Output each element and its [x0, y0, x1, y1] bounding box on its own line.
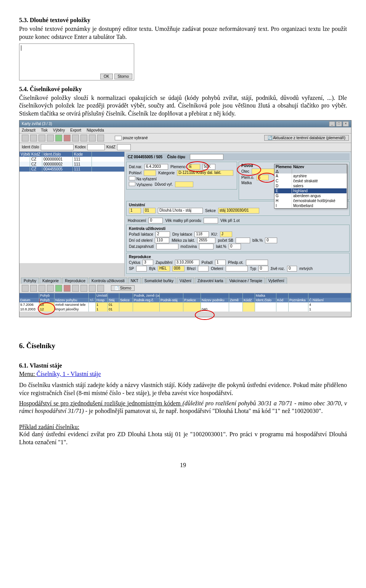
byk-field[interactable]: HEL [158, 266, 170, 272]
ku-field[interactable]: J [220, 231, 232, 237]
dd-row[interactable]: Dsalers [274, 183, 347, 188]
hosp-field[interactable]: 1 [129, 208, 141, 214]
col-nazev-podniku[interactable]: Název podniku [201, 298, 229, 302]
menu-link[interactable]: Číselníky, 1 - Vlastní stáje [37, 371, 101, 377]
col-ident[interactable]: Ident.číslo [255, 298, 276, 302]
maximize-icon[interactable]: □ [336, 121, 342, 127]
confirm-icon[interactable] [80, 135, 87, 141]
col-staj[interactable]: Stáj [108, 298, 119, 302]
toolbar-top: pouze vybrané 🔄 Aktualizace z terénní da… [19, 133, 351, 143]
refresh-button[interactable]: 🔄 Aktualizace z terénní databáze (plemen… [264, 135, 349, 141]
tab-nkt[interactable]: NKT [128, 278, 141, 284]
kodz-input[interactable] [117, 144, 131, 150]
kodex-input[interactable] [87, 144, 105, 150]
cancel-icon[interactable] [89, 135, 96, 141]
cancel-icon[interactable] [89, 285, 96, 292]
dd-col-nazev[interactable]: Název [292, 164, 347, 174]
tab-vazeni[interactable]: Vážení [177, 278, 194, 284]
storno-button[interactable]: 📄 Storno [111, 285, 135, 291]
grid-row[interactable]: CZ004455005111 [19, 167, 124, 172]
dd-row[interactable]: Cčeské strakaté [274, 178, 347, 183]
nav-prev-icon[interactable] [30, 285, 37, 292]
dd-row[interactable]: Hčernostrakaté holštýnské [274, 198, 347, 203]
refresh-icon[interactable] [97, 135, 104, 141]
nav-first-icon[interactable] [22, 135, 29, 141]
cislo-cipu-input[interactable] [190, 154, 223, 160]
pohlavi-field[interactable] [144, 170, 156, 176]
hodnoceni-field[interactable]: 0 [148, 218, 163, 223]
vyrazeno-checkbox[interactable]: Vyřazeno [129, 182, 152, 187]
vek-matky-field[interactable] [204, 218, 218, 223]
staj-field[interactable]: 01 [143, 208, 156, 214]
na-vyrazeni-checkbox[interactable]: Na vyřazení [129, 176, 157, 181]
col-pm[interactable]: +/- [89, 298, 96, 302]
nav-last-icon[interactable] [47, 285, 54, 292]
dd-col-plemeno[interactable]: Plemeno △ [274, 164, 292, 174]
tab-ku[interactable]: Kontrola užitkovosti [89, 278, 127, 284]
ok-button[interactable]: OK [100, 74, 112, 79]
only-selected-checkbox[interactable]: pouze vybrané [115, 136, 148, 140]
col-vyber[interactable]: Výběr [19, 152, 30, 157]
col-ident[interactable]: Ident.číslo [42, 152, 73, 157]
col-hosp[interactable]: Hosp [96, 298, 108, 302]
sekce-field[interactable]: stáj 10020030/01 [218, 208, 259, 214]
delete-icon[interactable] [64, 285, 71, 292]
bottom-row[interactable]: 9.7.2006 18 mrtvě narozené tele 1 01 4 [19, 302, 351, 307]
menu-tisk[interactable]: Tisk [41, 128, 48, 132]
tab-zdrav[interactable]: Zdravotní karta [195, 278, 226, 284]
edit-icon[interactable] [72, 285, 79, 292]
tab-reprodukce[interactable]: Reprodukce [62, 278, 88, 284]
col-podnik-staj[interactable]: Podnik-stáj [160, 298, 183, 302]
col-chlaseni[interactable]: Č.hlášení [308, 298, 351, 302]
add-icon[interactable] [55, 135, 62, 141]
delete-icon[interactable] [64, 135, 71, 141]
grid-row[interactable]: CZ000000002111 [19, 162, 124, 167]
dd-row[interactable]: Gaberdeen angus [274, 193, 347, 198]
dd-row-selected[interactable]: Ehighland [274, 188, 347, 193]
nav-next-icon[interactable] [39, 285, 45, 292]
dd-row[interactable]: IMontbeliard [274, 203, 347, 208]
col-psekce[interactable]: P.sekce [183, 298, 201, 302]
nav-next-icon[interactable] [39, 135, 45, 141]
tab-vakc[interactable]: Vakcinace / Terapie [226, 278, 265, 284]
menu-export[interactable]: Export [70, 128, 81, 132]
minimize-icon[interactable]: _ [329, 121, 335, 127]
col-pohyb[interactable]: Pohyb [39, 298, 55, 302]
col-poznamka[interactable]: Poznámka [289, 298, 308, 302]
menu-napoveda[interactable]: Nápověda [87, 128, 104, 132]
bottom-row[interactable]: 10.8.2003 12 import jalovičky 1 01 040 1 [19, 307, 351, 312]
close-icon[interactable]: × [343, 121, 349, 127]
tab-pohyby[interactable]: Pohyby [21, 278, 39, 284]
menu-zobrazit[interactable]: Zobrazit [22, 128, 35, 132]
datnar-field[interactable]: 6.4.2003 [144, 164, 168, 170]
col-kod[interactable]: Kód [276, 298, 289, 302]
kodex-label: Kodex [75, 145, 86, 149]
tab-vysetreni[interactable]: Vyšetření [266, 278, 287, 284]
grid-row[interactable]: CZ000000001111 [19, 157, 124, 162]
col-datum[interactable]: Datum [19, 298, 39, 302]
nav-prev-icon[interactable] [30, 135, 37, 141]
plemeno-dropdown[interactable]: Plemeno △ Název Aayrshire Cčeské strakat… [274, 164, 347, 209]
menu-vybery[interactable]: Výběry [53, 128, 65, 132]
col-kodz[interactable]: KódZ [30, 152, 42, 157]
ident-input[interactable] [41, 144, 74, 150]
tab-kategorie[interactable]: Kategorie [40, 278, 61, 284]
add-icon[interactable] [55, 285, 62, 292]
col-sekce[interactable]: Sekce [119, 298, 133, 302]
duvod-vyr-field[interactable] [175, 182, 193, 187]
col-kode[interactable]: Kode [73, 152, 92, 157]
heading-5-3: 5.3. Dlouhé textové položky [19, 17, 347, 24]
kategorie-field[interactable]: D-121100 Krávy dal. lakt. [177, 170, 233, 176]
edit-icon[interactable] [72, 135, 79, 141]
dd-row[interactable]: Aayrshire [274, 174, 347, 178]
col-podnik-reg[interactable]: Podnik-reg.č. [133, 298, 160, 302]
nav-first-icon[interactable] [22, 285, 29, 292]
nav-last-icon[interactable] [47, 135, 54, 141]
refresh-icon[interactable] [97, 285, 104, 292]
tab-somatic[interactable]: Somatické buňky [142, 278, 176, 284]
confirm-icon[interactable] [80, 285, 87, 292]
col-nazev-pohybu[interactable]: Název pohybu [55, 298, 89, 302]
storno-button[interactable]: Storno [114, 74, 132, 79]
col-kodz[interactable]: KódZ [243, 298, 255, 302]
col-zeme[interactable]: Země [229, 298, 243, 302]
